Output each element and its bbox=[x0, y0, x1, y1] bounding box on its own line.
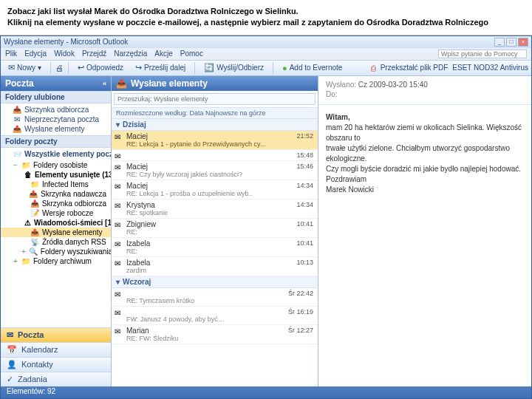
eset-label[interactable]: ESET NOD32 Antivirus bbox=[452, 64, 528, 72]
folder-label: Wysłane elementy bbox=[42, 228, 103, 236]
menu-go[interactable]: Przejdź bbox=[82, 50, 106, 58]
toolbar: ✉Nowy ▾ 🖨 ↩Odpowiedz ↪Prześlij dalej 🔄Wy… bbox=[1, 60, 531, 76]
message-item[interactable]: ✉ Krystyna14:34 RE: spotkanie bbox=[112, 200, 318, 219]
folder-label: Foldery archiwum bbox=[33, 257, 92, 265]
tree-item[interactable]: +🔍Foldery wyszukiwania bbox=[1, 247, 111, 256]
fav-folder-item[interactable]: ✉Nieprzeczytana poczta bbox=[1, 115, 111, 124]
fav-folders-section[interactable]: Foldery ulubione bbox=[1, 91, 111, 103]
mail-folders-section[interactable]: Foldery poczty bbox=[1, 135, 111, 148]
message-item[interactable]: ✉ Zbigniew10:41 RE: bbox=[112, 219, 318, 238]
sendrecv-label: Wyślij/Odbierz bbox=[216, 64, 264, 72]
reply-button[interactable]: ↩Odpowiedz bbox=[73, 61, 128, 74]
all-items-row[interactable]: 📨Wszystkie elementy poczty ▾ bbox=[1, 148, 111, 160]
tree-item[interactable]: 📝Wersje robocze bbox=[1, 208, 111, 218]
message-item[interactable]: ✉ MarianŚr 12:27 RE: FW: Śledziku bbox=[112, 325, 318, 344]
menu-edit[interactable]: Edycja bbox=[24, 50, 47, 58]
pdf-label[interactable]: Przekształć plik PDF bbox=[381, 64, 449, 72]
tree-item[interactable]: −📁Foldery osobiste bbox=[1, 160, 111, 170]
message-subject: zardim bbox=[126, 267, 313, 274]
folder-icon: 🔍 bbox=[29, 248, 38, 256]
message-time: 21:52 bbox=[296, 132, 313, 140]
expand-icon[interactable]: + bbox=[13, 257, 18, 265]
tree-item[interactable]: 📡Źródła danych RSS bbox=[1, 237, 111, 247]
minimize-button[interactable]: _ bbox=[494, 38, 505, 47]
folder-icon: 📁 bbox=[21, 161, 30, 169]
message-item[interactable]: ✉ Izabela10:13 zardim bbox=[112, 257, 318, 276]
message-item[interactable]: ✉ Maciej14:34 RE: Lekcja 1 - prośba o uz… bbox=[112, 180, 318, 200]
body-line: Pozdrawiam bbox=[326, 174, 524, 185]
message-subject: RE: bbox=[126, 248, 313, 255]
folder-icon: 📤 bbox=[13, 125, 21, 133]
tree-item[interactable]: 🗑Elementy usunięte (13) bbox=[1, 170, 111, 180]
menu-actions[interactable]: Akcje bbox=[154, 50, 172, 58]
all-items-label: Wszystkie elementy poczty bbox=[24, 150, 111, 158]
sendrecv-button[interactable]: 🔄Wyślij/Odbierz bbox=[200, 61, 268, 74]
folder-label: Wersje robocze bbox=[42, 209, 93, 217]
tree-item[interactable]: 📤Wysłane elementy bbox=[1, 228, 111, 237]
tree-item[interactable]: 📤Skrzynka nadawcza bbox=[1, 189, 111, 199]
print-icon[interactable]: 🖨 bbox=[55, 64, 64, 72]
forward-button[interactable]: ↪Prześlij dalej bbox=[131, 61, 190, 74]
maximize-button[interactable]: □ bbox=[506, 38, 516, 47]
expand-icon[interactable]: + bbox=[21, 248, 26, 256]
collapse-nav-icon[interactable]: « bbox=[103, 80, 106, 87]
body-line: Czy mogli byście doradzić mi jakie bydło… bbox=[326, 164, 524, 174]
folder-icon: 📤 bbox=[30, 228, 39, 236]
message-group-header[interactable]: ▾Wczoraj bbox=[112, 276, 318, 288]
folder-label: Skrzynka nadawcza bbox=[41, 190, 106, 198]
new-button[interactable]: ✉Nowy ▾ bbox=[4, 61, 46, 74]
message-item[interactable]: ✉ Izabela10:41 RE: bbox=[112, 238, 318, 257]
fav-folder-item[interactable]: 📥Skrzynka odbiorcza bbox=[1, 105, 111, 115]
instruction-line2: Kliknij na elementy wysłane w poczcie e-… bbox=[7, 17, 525, 28]
folder-icon: 📁 bbox=[30, 180, 39, 188]
nav-bottom-button[interactable]: 📅Kalendarz bbox=[1, 342, 111, 357]
message-list-pane: 📤 Wysłane elementy Rozmieszczone według:… bbox=[112, 76, 318, 386]
search-input[interactable] bbox=[114, 93, 316, 105]
folder-icon: 📁 bbox=[21, 257, 30, 265]
arrange-by-row[interactable]: Rozmieszczone według: Data Najnowsze na … bbox=[112, 108, 318, 119]
folder-label: Wysłane elementy bbox=[24, 125, 85, 133]
tree-item[interactable]: +📁Foldery archiwum bbox=[1, 256, 111, 266]
envelope-icon: ✉ bbox=[115, 327, 120, 335]
message-from: Izabela bbox=[126, 239, 150, 248]
outlook-window: Wysłane elementy - Microsoft Outlook _ □… bbox=[0, 35, 532, 399]
menu-file[interactable]: Plik bbox=[5, 50, 17, 58]
evernote-button[interactable]: ●Add to Evernote bbox=[278, 62, 347, 74]
menu-help[interactable]: Pomoc bbox=[180, 50, 203, 58]
menu-view[interactable]: Widok bbox=[54, 50, 75, 58]
envelope-icon: ✉ bbox=[115, 183, 120, 191]
nav-bottom-label: Zadania bbox=[18, 375, 47, 383]
body-greeting: Witam, bbox=[326, 112, 524, 123]
message-item[interactable]: ✉ Maciej21:52 RE: Lekcja 1 - pytanie do … bbox=[112, 131, 318, 150]
nav-bottom-button[interactable]: ✉Poczta bbox=[1, 327, 111, 342]
expand-icon[interactable]: − bbox=[13, 161, 18, 169]
message-list[interactable]: ▾Dzisiaj✉ Maciej21:52 RE: Lekcja 1 - pyt… bbox=[112, 119, 318, 386]
help-search-input[interactable] bbox=[438, 50, 527, 58]
message-item[interactable]: ✉ 15:48 bbox=[112, 150, 318, 161]
nav-bottom-button[interactable]: 👤Kontakty bbox=[1, 357, 111, 372]
preview-body: Witam, mam 20 ha hektarów ziemi w okolic… bbox=[318, 105, 531, 202]
tree-item[interactable]: 📥Skrzynka odbiorcza bbox=[1, 199, 111, 208]
message-item[interactable]: ✉ Maciej15:46 RE: Czy były wczoraj jakie… bbox=[112, 161, 318, 180]
nav-bottom-button[interactable]: ✓Zadania bbox=[1, 372, 111, 386]
close-button[interactable]: × bbox=[518, 38, 528, 47]
tree-item[interactable]: ⚠Wiadomości-śmieci [1] bbox=[1, 218, 111, 228]
nav-bottom-label: Kontakty bbox=[21, 360, 53, 369]
folder-icon: 📥 bbox=[13, 106, 21, 114]
message-item[interactable]: ✉ Śr 16:19 FW: Janusz 4 powody, aby być… bbox=[112, 307, 318, 325]
folder-icon: 📤 bbox=[29, 190, 38, 198]
tree-item[interactable]: 📁Infected Items bbox=[1, 180, 111, 189]
menu-tools[interactable]: Narzędzia bbox=[114, 50, 147, 58]
nav-header-label: Poczta bbox=[5, 78, 34, 89]
body-line: mam 20 ha hektarów ziemi w okolicach Sie… bbox=[326, 123, 524, 143]
sent-value: Cz 2009-03-20 15:40 bbox=[358, 81, 428, 89]
message-item[interactable]: ✉ Śr 22:42 RE: Tymczasem krótko bbox=[112, 288, 318, 307]
pdf-icon[interactable]: ⎙ bbox=[371, 64, 376, 72]
message-from: Maciej bbox=[126, 182, 148, 190]
status-text: Elementów: 92 bbox=[7, 387, 55, 395]
fav-folder-item[interactable]: 📤Wysłane elementy bbox=[1, 124, 111, 134]
message-group-header[interactable]: ▾Dzisiaj bbox=[112, 119, 318, 131]
forward-icon: ↪ bbox=[135, 63, 142, 72]
search-row bbox=[112, 91, 318, 108]
body-line: trwałe użytki zielone. Chciałbym utworzy… bbox=[326, 143, 524, 164]
